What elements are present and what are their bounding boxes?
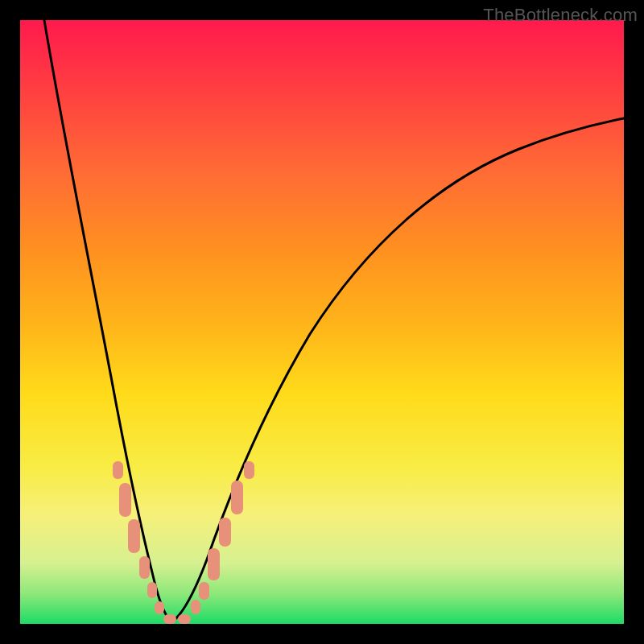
marker-dot xyxy=(119,483,131,517)
chart-plot-area xyxy=(20,20,624,624)
marker-dot xyxy=(231,481,243,514)
marker-dot xyxy=(244,461,254,479)
marker-dot xyxy=(191,600,200,614)
marker-dot xyxy=(163,614,176,624)
marker-dot xyxy=(199,582,209,600)
marker-group xyxy=(113,461,254,624)
attribution-text: TheBottleneck.com xyxy=(483,5,638,26)
marker-dot xyxy=(155,601,164,614)
curve-left-branch xyxy=(44,20,171,622)
chart-overlay-svg xyxy=(20,20,624,624)
marker-dot xyxy=(219,518,231,547)
curve-right-branch xyxy=(171,118,624,622)
marker-dot xyxy=(113,461,123,479)
marker-dot xyxy=(128,519,140,553)
marker-dot xyxy=(147,582,157,598)
marker-dot xyxy=(178,614,191,624)
marker-dot xyxy=(139,556,150,579)
marker-dot xyxy=(208,548,220,580)
